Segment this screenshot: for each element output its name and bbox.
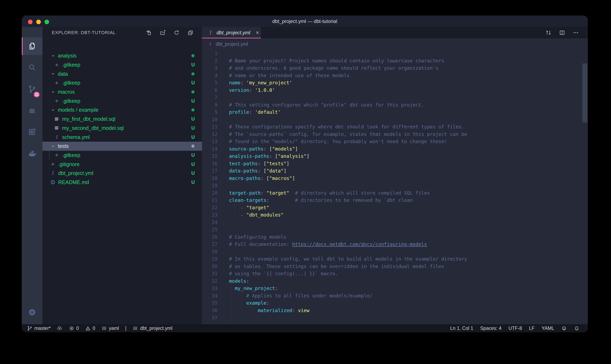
tree-item-macros[interactable]: macros <box>42 88 202 97</box>
activity-item-run-and-debug[interactable] <box>22 102 42 119</box>
status-warnings[interactable]: 0 <box>85 324 95 332</box>
status-indentation[interactable]: Spaces: 4 <box>480 324 501 332</box>
code-line[interactable]: 24 <box>202 219 542 226</box>
indent-guide <box>232 299 232 307</box>
code-line[interactable]: 13# found in the "models/" directory. Yo… <box>202 138 542 145</box>
status-yaml-outline[interactable]: yaml <box>101 324 119 332</box>
indent-guide <box>234 204 235 212</box>
tree-item-my-first-dbt-model-sql[interactable]: my_first_dbt_model.sqlU <box>42 115 202 124</box>
refresh-explorer-icon[interactable] <box>173 30 180 36</box>
code-line[interactable]: 4# name or the intended use of these mod… <box>202 72 542 79</box>
git-untracked-badge: U <box>190 80 196 86</box>
code-line[interactable]: 26# Configuring models <box>202 234 542 241</box>
tree-item-data[interactable]: data <box>42 69 202 78</box>
code-editor[interactable]: 12# Name your project! Project names sho… <box>202 50 588 324</box>
code-line[interactable]: 16test-paths: ["tests"] <box>202 160 542 168</box>
code-line[interactable]: 18macro-paths: ["macros"] <box>202 175 542 182</box>
activity-item-search[interactable] <box>22 59 42 77</box>
close-tab-icon[interactable] <box>255 30 260 35</box>
chevron-down-icon <box>50 71 56 77</box>
code-line[interactable]: 9profile: 'default' <box>202 109 542 116</box>
status-errors[interactable]: 0 <box>69 324 79 332</box>
code-line[interactable]: 28 <box>202 248 542 256</box>
code-line[interactable]: 14source-paths: ["models"] <box>202 145 542 153</box>
yaml-file-icon: ! <box>54 134 60 140</box>
tree-item--gitkeep[interactable]: .gitkeepU <box>42 151 202 160</box>
code-line[interactable]: 33 my_new_project: <box>202 285 542 292</box>
title-bar[interactable]: dbt_project.yml — dbt-tutorial <box>22 15 588 27</box>
collapse-folders-icon[interactable] <box>187 30 194 36</box>
code-line[interactable]: 36 materialized: view <box>202 307 542 314</box>
activity-item-extensions[interactable] <box>22 123 42 141</box>
tree-item-schema-yml[interactable]: !schema.ymlU <box>42 132 202 142</box>
code-line[interactable]: 23 - "dbt_modules" <box>202 211 542 219</box>
code-line[interactable]: 31# using the `{{ config(...) }}` macro. <box>202 270 542 278</box>
code-line[interactable]: 2# Name your project! Project names shou… <box>202 57 542 65</box>
code-line[interactable]: 12# The `source-paths` config, for examp… <box>202 131 542 138</box>
tab-dbt-project-yml[interactable]: ! dbt_project.yml <box>202 27 261 39</box>
code-line[interactable]: 21clean-targets: # directories to be rem… <box>202 197 542 204</box>
activity-item-explorer[interactable] <box>22 37 42 55</box>
tree-item-dbt-project-yml[interactable]: !dbt_project.ymlU <box>42 169 202 178</box>
code-line[interactable]: 32models: <box>202 278 542 285</box>
tree-item--gitkeep[interactable]: .gitkeepU <box>42 78 202 88</box>
tree-item-tests[interactable]: tests <box>42 142 202 151</box>
line-number: 34 <box>202 292 218 300</box>
code-line[interactable]: 35 example: <box>202 299 542 307</box>
code-line[interactable]: 19 <box>202 182 542 189</box>
new-file-icon[interactable] <box>146 30 152 36</box>
status-encoding[interactable]: UTF-8 <box>509 324 522 332</box>
code-line[interactable]: 10 <box>202 116 542 123</box>
code-line[interactable]: 8# This setting configures which "profil… <box>202 101 542 109</box>
status-cursor-position[interactable]: Ln 1, Col 1 <box>450 324 473 332</box>
code-line[interactable]: 1 <box>202 50 542 57</box>
tree-item-my-second-dbt-model-sql[interactable]: my_second_dbt_model.sqlU <box>42 124 202 133</box>
tree-item-label: macros <box>58 89 75 95</box>
tree-item--gitkeep[interactable]: .gitkeepU <box>42 96 202 105</box>
yaml-warning-icon: ! <box>209 30 212 36</box>
code-line[interactable]: 22 - "target" <box>202 204 542 212</box>
more-actions-icon[interactable] <box>572 29 579 36</box>
chevron-down-icon <box>50 53 56 59</box>
code-line[interactable]: 20target-path: "target" # directory whic… <box>202 189 542 197</box>
status-active-file-outline[interactable]: dbt_project.yml <box>133 324 172 332</box>
open-changes-icon[interactable] <box>545 29 552 36</box>
activity-item-settings[interactable] <box>22 303 42 321</box>
code-line[interactable]: 29# In this example config, we tell dbt … <box>202 255 542 263</box>
status-publish-changes[interactable] <box>57 324 63 332</box>
tree-item-analysis[interactable]: analysis <box>42 51 202 60</box>
status-eol[interactable]: LF <box>529 324 535 332</box>
tree-item-label: my_second_dbt_model.sql <box>62 125 124 131</box>
code-line[interactable]: 6version: '1.0.0' <box>202 87 542 94</box>
code-line[interactable]: 34 # Applies to all files under models/e… <box>202 292 542 300</box>
tree-item-label: .gitkeep <box>62 98 80 104</box>
code-line[interactable]: 11# These configurations specify where d… <box>202 123 542 131</box>
code-line[interactable]: 15analysis-paths: ["analysis"] <box>202 153 542 160</box>
tree-item-readme-md[interactable]: README.mdU <box>42 178 202 187</box>
code-line[interactable]: 27# Full documentation: https://docs.get… <box>202 241 542 248</box>
editor-scrollbar-thumb[interactable] <box>583 64 587 122</box>
code-line[interactable]: 25 <box>202 226 542 234</box>
split-editor-icon[interactable] <box>559 29 565 36</box>
status-tweet-feedback[interactable] <box>561 324 567 332</box>
tree-item--gitignore[interactable]: .gitignoreU <box>42 160 202 169</box>
status-language-mode[interactable]: YAML <box>542 324 554 332</box>
breadcrumb-file[interactable]: dbt_project.yml <box>216 41 248 47</box>
status-notifications[interactable] <box>574 324 580 332</box>
window-title: dbt_project.yml — dbt-tutorial <box>22 15 588 27</box>
code-line[interactable]: 3# and underscores. A good package name … <box>202 65 542 72</box>
code-line[interactable]: 37 <box>202 314 542 322</box>
code-line[interactable]: 30# as tables. These settings can be ove… <box>202 263 542 270</box>
tree-item--gitkeep[interactable]: .gitkeepU <box>42 60 202 69</box>
indent-guide <box>242 292 242 300</box>
activity-item-docker[interactable] <box>22 145 42 163</box>
breadcrumb[interactable]: ! dbt_project.yml <box>202 39 588 50</box>
tree-item-models-example[interactable]: models / example <box>42 105 202 115</box>
code-line[interactable]: 17data-paths: ["data"] <box>202 167 542 175</box>
status-git-branch[interactable]: master* <box>27 324 51 332</box>
code-line[interactable]: 5name: 'my_new_project' <box>202 79 542 87</box>
new-folder-icon[interactable] <box>159 30 166 36</box>
tree-item-label: dbt_project.yml <box>58 170 93 176</box>
indent-guide <box>253 307 254 314</box>
code-line[interactable]: 7 <box>202 94 542 101</box>
